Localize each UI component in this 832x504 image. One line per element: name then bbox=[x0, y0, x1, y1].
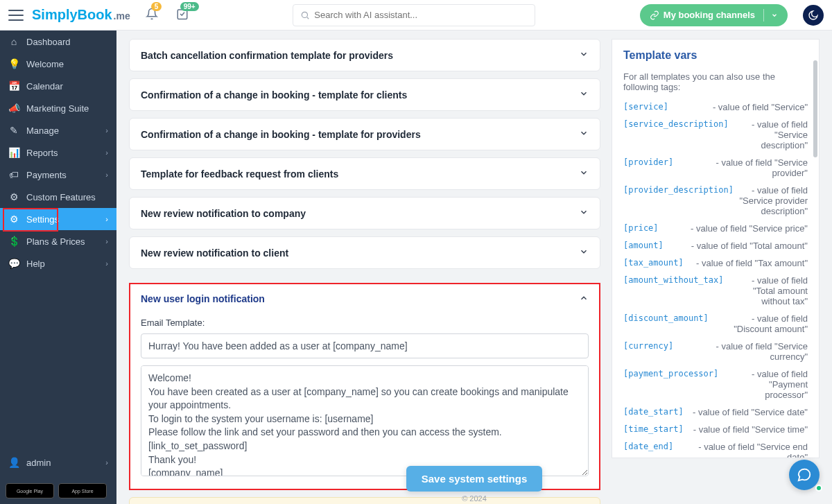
nav-icon: 📅 bbox=[8, 80, 19, 92]
var-tag: [tax_amount] bbox=[623, 258, 684, 268]
theme-toggle[interactable] bbox=[803, 5, 824, 26]
var-tag: [time_start] bbox=[623, 424, 684, 434]
chevron-right-icon: › bbox=[105, 237, 108, 245]
expanded-panel: New user login notification Email Templa… bbox=[129, 283, 600, 490]
chevron-down-icon bbox=[579, 49, 589, 61]
nav-icon: ⌂ bbox=[8, 36, 19, 47]
search-input[interactable] bbox=[314, 10, 528, 20]
nav-icon: 📣 bbox=[8, 103, 19, 114]
var-row: [service]- value of field "Service" bbox=[623, 102, 808, 112]
email-body-textarea[interactable] bbox=[141, 365, 589, 476]
google-play-badge[interactable]: Google Play bbox=[6, 483, 54, 498]
sidebar-item-custom-features[interactable]: ⚙Custom Features bbox=[0, 186, 116, 208]
var-row: [time_start]- value of field "Service ti… bbox=[623, 424, 808, 435]
nav-label: Settings bbox=[26, 214, 59, 225]
check-badge: 99+ bbox=[180, 2, 199, 11]
sidebar-item-admin[interactable]: 👤 admin › bbox=[0, 451, 116, 473]
chevron-down-icon bbox=[579, 247, 589, 259]
sidebar: ⌂Dashboard💡Welcome📅Calendar📣Marketing Su… bbox=[0, 31, 116, 504]
hamburger-icon[interactable] bbox=[8, 10, 24, 21]
nav-label: Payments bbox=[26, 170, 67, 180]
var-tag: [payment_processor] bbox=[623, 369, 718, 379]
template-vars-panel: Template vars For all templates you can … bbox=[612, 39, 820, 458]
chat-button[interactable] bbox=[789, 460, 820, 490]
var-desc: - value of field "Service description" bbox=[734, 119, 808, 150]
app-store-badges: Google Play App Store bbox=[6, 483, 107, 498]
expanded-title: New user login notification bbox=[141, 293, 265, 305]
chevron-right-icon: › bbox=[105, 148, 108, 157]
chevron-right-icon: › bbox=[105, 126, 108, 134]
nav-icon: ⚙ bbox=[8, 214, 19, 225]
nav-label: Manage bbox=[26, 125, 59, 136]
chevron-down-icon bbox=[579, 207, 589, 219]
var-tag: [provider] bbox=[623, 157, 673, 167]
var-desc: - value of field "Payment processor" bbox=[724, 369, 808, 400]
var-desc: - value of field "Service provider" bbox=[679, 157, 808, 178]
var-desc: - value of field "Service currency" bbox=[679, 341, 808, 362]
search-box[interactable] bbox=[293, 4, 535, 26]
sidebar-item-welcome[interactable]: 💡Welcome bbox=[0, 53, 116, 75]
accordion-item[interactable]: Template for feedback request from clien… bbox=[129, 157, 600, 190]
notifications-bell[interactable]: 5 bbox=[146, 8, 158, 22]
expanded-panel-wrap: New user login notification Email Templa… bbox=[129, 283, 600, 490]
var-desc: - value of field "Service provider descr… bbox=[739, 185, 808, 216]
accordion-item[interactable]: Batch cancellation confirmation template… bbox=[129, 39, 600, 71]
chat-online-dot bbox=[815, 485, 822, 492]
var-desc: - value of field "Service price" bbox=[664, 223, 808, 234]
logo-text-2: Book bbox=[78, 7, 112, 23]
save-button[interactable]: Save system settings bbox=[406, 466, 543, 492]
booking-channels-button[interactable]: My booking channels bbox=[640, 4, 788, 26]
layout: ⌂Dashboard💡Welcome📅Calendar📣Marketing Su… bbox=[0, 31, 832, 504]
var-tag: [price] bbox=[623, 223, 659, 233]
nav-label: Reports bbox=[26, 148, 58, 158]
logo[interactable]: SimplyBook.me bbox=[32, 7, 130, 23]
accordion-item[interactable]: New review notification to company bbox=[129, 197, 600, 229]
content-row: Batch cancellation confirmation template… bbox=[129, 39, 820, 504]
svg-point-1 bbox=[302, 12, 308, 17]
var-tag: [provider_description] bbox=[623, 185, 734, 195]
accordion-title: Confirmation of a change in booking - te… bbox=[141, 129, 421, 140]
sidebar-item-manage[interactable]: ✎Manage› bbox=[0, 119, 116, 141]
var-row: [provider_description]- value of field "… bbox=[623, 185, 808, 216]
sidebar-item-marketing-suite[interactable]: 📣Marketing Suite bbox=[0, 97, 116, 119]
sidebar-item-dashboard[interactable]: ⌂Dashboard bbox=[0, 31, 116, 53]
var-desc: - value of field "Total amount" bbox=[669, 241, 808, 251]
sidebar-item-reports[interactable]: 📊Reports› bbox=[0, 141, 116, 164]
email-subject-input[interactable] bbox=[141, 333, 589, 358]
app-store-badge[interactable]: App Store bbox=[58, 483, 107, 498]
divider bbox=[763, 9, 764, 21]
sidebar-item-payments[interactable]: 🏷Payments› bbox=[0, 164, 116, 186]
accordion-item[interactable]: New review notification to client bbox=[129, 236, 600, 269]
var-row: [currency]- value of field "Service curr… bbox=[623, 341, 808, 362]
chevron-right-icon: › bbox=[105, 458, 108, 467]
accordion-title: New review notification to company bbox=[141, 208, 306, 219]
nav-label: Help bbox=[26, 259, 45, 269]
sidebar-item-plans-prices[interactable]: 💲Plans & Prices› bbox=[0, 230, 116, 252]
accordion-item[interactable]: Confirmation of a change in booking - te… bbox=[129, 118, 600, 150]
topbar: SimplyBook.me 5 99+ My booking channels bbox=[0, 0, 832, 31]
var-row: [price]- value of field "Service price" bbox=[623, 223, 808, 234]
nav-icon: 📊 bbox=[8, 147, 19, 158]
nav-label: Welcome bbox=[26, 59, 64, 69]
accordion-item[interactable]: Confirmation of a change in booking - te… bbox=[129, 78, 600, 111]
user-icon: 👤 bbox=[8, 457, 19, 468]
booking-channels-label: My booking channels bbox=[664, 10, 755, 20]
accordion-title: Batch cancellation confirmation template… bbox=[141, 50, 393, 61]
nav-label: Plans & Prices bbox=[26, 236, 85, 247]
var-row: [service_description]- value of field "S… bbox=[623, 119, 808, 150]
sidebar-item-settings[interactable]: ⚙Settings› bbox=[0, 208, 116, 230]
main: Batch cancellation confirmation template… bbox=[116, 31, 832, 504]
nav-label: Dashboard bbox=[26, 37, 71, 47]
sidebar-item-calendar[interactable]: 📅Calendar bbox=[0, 75, 116, 97]
var-desc: - value of field "Discount amount" bbox=[714, 313, 808, 334]
google-play-label: Google Play bbox=[17, 489, 43, 494]
var-tag: [discount_amount] bbox=[623, 313, 709, 323]
var-tag: [service] bbox=[623, 102, 668, 112]
tasks-check[interactable]: 99+ bbox=[176, 8, 189, 22]
chevron-down-icon bbox=[579, 168, 589, 180]
var-desc: - value of field "Service end date" bbox=[679, 442, 808, 458]
chevron-right-icon: › bbox=[105, 215, 108, 223]
sidebar-item-help[interactable]: 💬Help› bbox=[0, 252, 116, 275]
scrollbar[interactable] bbox=[813, 60, 817, 157]
expanded-header[interactable]: New user login notification bbox=[130, 284, 600, 315]
